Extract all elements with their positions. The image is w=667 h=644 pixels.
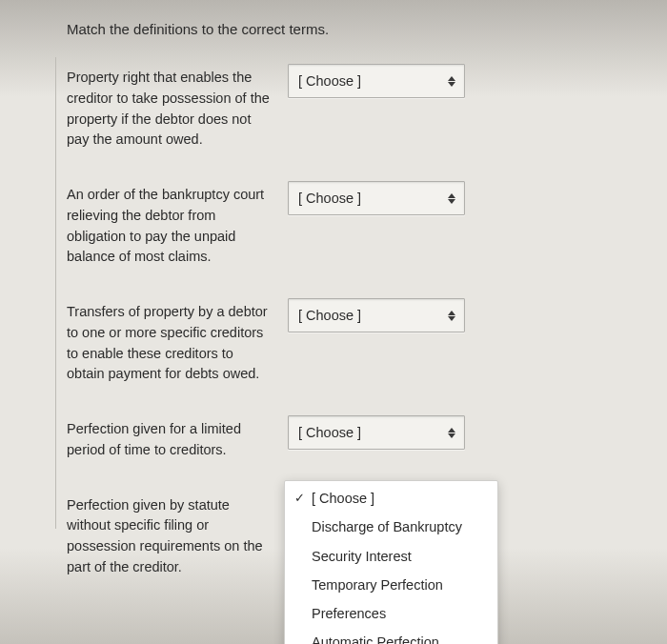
select-value: [ Choose ] bbox=[298, 73, 361, 89]
option-label: Automatic Perfection bbox=[312, 633, 488, 644]
option-label: Preferences bbox=[312, 604, 488, 623]
question-row: Property right that enables the creditor… bbox=[67, 64, 619, 151]
dropdown-option-security[interactable]: Security Interest bbox=[285, 542, 497, 571]
option-label: Security Interest bbox=[312, 547, 488, 566]
definition-text: Transfers of property by a debtor to one… bbox=[67, 298, 274, 385]
updown-icon bbox=[447, 426, 456, 439]
dropdown-option-temporary[interactable]: Temporary Perfection bbox=[285, 571, 497, 599]
check-icon: ✓ bbox=[293, 490, 306, 507]
updown-icon bbox=[447, 74, 456, 88]
question-row: Perfection given for a limited period of… bbox=[67, 415, 619, 461]
select-value: [ Choose ] bbox=[298, 191, 361, 206]
question-row: An order of the bankruptcy court relievi… bbox=[67, 181, 619, 268]
definition-text: Perfection given by statute without spec… bbox=[67, 492, 274, 578]
instruction-text: Match the definitions to the correct ter… bbox=[67, 21, 619, 37]
updown-icon bbox=[447, 191, 456, 205]
definition-text: An order of the bankruptcy court relievi… bbox=[67, 181, 274, 268]
answer-select[interactable]: [ Choose ] bbox=[288, 298, 465, 332]
dropdown-option-preferences[interactable]: Preferences bbox=[285, 599, 497, 628]
definition-text: Property right that enables the creditor… bbox=[67, 64, 274, 151]
dropdown-option-automatic[interactable]: Automatic Perfection bbox=[285, 628, 497, 644]
answer-select[interactable]: [ Choose ] bbox=[288, 415, 465, 450]
question-row: Transfers of property by a debtor to one… bbox=[67, 298, 619, 385]
dropdown-option-discharge[interactable]: Discharge of Bankruptcy bbox=[285, 513, 497, 541]
updown-icon bbox=[447, 309, 456, 322]
definition-text: Perfection given for a limited period of… bbox=[67, 415, 274, 461]
option-label: [ Choose ] bbox=[312, 489, 488, 508]
select-value: [ Choose ] bbox=[298, 308, 361, 323]
dropdown-option-choose[interactable]: ✓ [ Choose ] bbox=[285, 484, 497, 513]
answer-select[interactable]: [ Choose ] bbox=[288, 64, 465, 98]
answer-select[interactable]: [ Choose ] bbox=[288, 181, 465, 215]
option-label: Discharge of Bankruptcy bbox=[312, 517, 488, 536]
vertical-divider bbox=[55, 57, 56, 529]
option-label: Temporary Perfection bbox=[312, 575, 488, 594]
answer-dropdown-menu: ✓ [ Choose ] Discharge of Bankruptcy Sec… bbox=[284, 480, 498, 644]
select-value: [ Choose ] bbox=[298, 425, 361, 440]
